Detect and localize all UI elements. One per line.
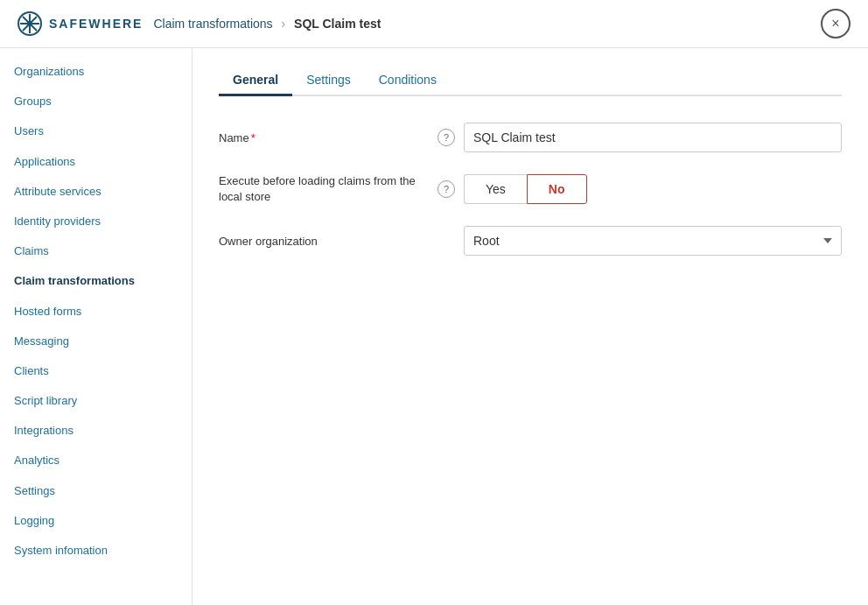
execute-help: ?: [429, 180, 464, 198]
name-input[interactable]: [464, 123, 842, 152]
logo: SAFEWHERE: [18, 11, 143, 36]
name-row: Name* ?: [219, 123, 842, 152]
tab-settings[interactable]: Settings: [292, 66, 365, 96]
name-help-icon[interactable]: ?: [438, 129, 455, 146]
name-label: Name*: [219, 131, 429, 144]
execute-row: Execute before loading claims from the l…: [219, 173, 842, 205]
form: Name* ? Execute before loading claims fr…: [219, 123, 842, 256]
sidebar-item-claim-transformations[interactable]: Claim transformations: [0, 266, 192, 296]
layout: OrganizationsGroupsUsersApplicationsAttr…: [0, 48, 868, 605]
sidebar-item-logging[interactable]: Logging: [0, 506, 192, 536]
logo-icon: [18, 11, 42, 36]
sidebar-item-applications[interactable]: Applications: [0, 147, 192, 177]
sidebar-item-claims[interactable]: Claims: [0, 236, 192, 266]
logo-text: SAFEWHERE: [49, 17, 143, 31]
sidebar-item-users[interactable]: Users: [0, 116, 192, 146]
sidebar-item-analytics[interactable]: Analytics: [0, 446, 192, 475]
sidebar-item-identity-providers[interactable]: Identity providers: [0, 207, 192, 236]
execute-toggle-area: Yes No: [464, 174, 842, 204]
yes-button[interactable]: Yes: [464, 174, 527, 204]
sidebar-item-script-library[interactable]: Script library: [0, 386, 192, 416]
tab-general[interactable]: General: [219, 66, 292, 96]
sidebar-item-integrations[interactable]: Integrations: [0, 416, 192, 446]
owner-select-area: Root: [464, 226, 842, 256]
execute-help-icon[interactable]: ?: [438, 180, 455, 198]
header-left: SAFEWHERE Claim transformations › SQL Cl…: [18, 11, 381, 36]
sidebar-item-hosted-forms[interactable]: Hosted forms: [0, 297, 192, 327]
sidebar-item-messaging[interactable]: Messaging: [0, 327, 192, 356]
close-button[interactable]: ×: [821, 9, 850, 39]
tab-conditions[interactable]: Conditions: [365, 66, 451, 96]
owner-label: Owner organization: [219, 235, 429, 248]
breadcrumb-current: SQL Claim test: [294, 17, 381, 31]
name-input-area: [464, 123, 842, 152]
tabs: GeneralSettingsConditions: [219, 66, 842, 96]
name-help: ?: [429, 129, 464, 146]
no-button[interactable]: No: [527, 174, 587, 204]
header: SAFEWHERE Claim transformations › SQL Cl…: [0, 0, 868, 48]
owner-row: Owner organization Root: [219, 226, 842, 256]
name-required: *: [251, 131, 256, 144]
sidebar-item-clients[interactable]: Clients: [0, 356, 192, 386]
main-content: GeneralSettingsConditions Name* ? E: [192, 48, 868, 605]
breadcrumb: Claim transformations › SQL Claim test: [153, 17, 381, 31]
sidebar: OrganizationsGroupsUsersApplicationsAttr…: [0, 48, 192, 605]
sidebar-item-groups[interactable]: Groups: [0, 87, 192, 116]
svg-point-5: [27, 21, 32, 26]
breadcrumb-parent[interactable]: Claim transformations: [153, 17, 272, 31]
breadcrumb-separator: ›: [282, 17, 286, 31]
close-icon: ×: [831, 16, 839, 32]
sidebar-item-attribute-services[interactable]: Attribute services: [0, 177, 192, 207]
sidebar-item-system-information[interactable]: System infomation: [0, 536, 192, 566]
sidebar-item-organizations[interactable]: Organizations: [0, 57, 192, 87]
owner-select[interactable]: Root: [464, 226, 842, 256]
execute-toggle-group: Yes No: [464, 174, 842, 204]
sidebar-item-settings[interactable]: Settings: [0, 476, 192, 506]
execute-label: Execute before loading claims from the l…: [219, 173, 429, 205]
